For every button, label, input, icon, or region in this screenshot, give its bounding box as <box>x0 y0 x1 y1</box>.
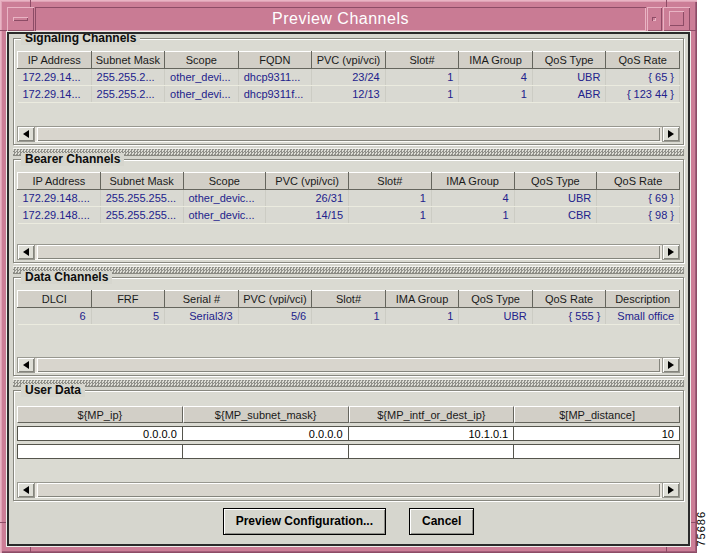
table-cell[interactable]: 0.0.0.0 <box>183 426 349 441</box>
scrollbar-track[interactable] <box>35 357 662 373</box>
window-title: Preview Channels <box>272 10 409 28</box>
dialog-button-row: Preview Configuration... Cancel <box>13 501 684 541</box>
table-cell: 6 <box>18 308 92 325</box>
scroll-right-arrow-icon[interactable] <box>663 483 679 497</box>
column-header[interactable]: Serial # <box>165 291 239 308</box>
column-header[interactable]: IMA Group <box>459 52 533 69</box>
maximize-button[interactable] <box>663 7 690 31</box>
pane-sash[interactable] <box>13 266 684 274</box>
column-header[interactable]: QoS Rate <box>532 291 606 308</box>
cancel-button[interactable]: Cancel <box>409 508 474 535</box>
window-titlebar[interactable]: Preview Channels <box>35 7 646 31</box>
table-cell: 1 <box>349 190 432 207</box>
scrollbar-track[interactable] <box>35 482 662 498</box>
table-row[interactable]: 172.29.148....255.255.255...other_devic.… <box>18 190 680 207</box>
table-cell: ABR <box>532 86 606 103</box>
table-cell: 26/31 <box>266 190 349 207</box>
bearer-channels-section: Bearer Channels IP AddressSubnet MaskSco… <box>13 159 684 263</box>
table-row[interactable] <box>17 444 680 459</box>
table-cell: 255.255.255... <box>100 190 183 207</box>
table-cell: UBR <box>514 190 597 207</box>
column-header[interactable]: IMA Group <box>385 291 459 308</box>
table-cell: 4 <box>459 69 533 86</box>
table-cell: 5/6 <box>238 308 312 325</box>
table-cell: 1 <box>349 207 432 224</box>
scroll-left-arrow-icon[interactable] <box>18 358 34 372</box>
column-header[interactable]: Subnet Mask <box>100 173 183 190</box>
column-header[interactable]: Description <box>606 291 680 308</box>
maximize-icon <box>669 11 684 26</box>
scroll-right-arrow-icon[interactable] <box>663 245 679 259</box>
table-row[interactable]: 172.29.14...255.255.2...other_devi...dhc… <box>18 86 680 103</box>
scroll-left-arrow-icon[interactable] <box>18 127 34 141</box>
pane-sash[interactable] <box>13 379 684 387</box>
scrollbar-thumb[interactable] <box>37 483 660 497</box>
column-header[interactable]: QoS Type <box>459 291 533 308</box>
data-channels-table: DLCIFRFSerial #PVC (vpi/vci)Slot#IMA Gro… <box>17 290 680 325</box>
column-header[interactable]: Scope <box>165 52 239 69</box>
table-cell[interactable]: 0.0.0.0 <box>17 426 183 441</box>
window-titlebar-row: Preview Channels <box>7 7 690 31</box>
scrollbar-thumb[interactable] <box>37 358 660 372</box>
window-frame-notch <box>666 0 667 7</box>
signaling-channels-table: IP AddressSubnet MaskScopeFQDNPVC (vpi/v… <box>17 51 680 103</box>
window-menu-button[interactable] <box>7 7 34 31</box>
scrollbar-thumb[interactable] <box>37 127 660 141</box>
table-cell: 1 <box>431 207 514 224</box>
table-row[interactable]: 65Serial3/35/611UBR{ 555 }Small office <box>18 308 680 325</box>
table-row[interactable]: 172.29.148....255.255.255...other_devic.… <box>18 207 680 224</box>
minimize-button[interactable] <box>647 7 662 31</box>
column-header[interactable]: IP Address <box>18 173 101 190</box>
column-header[interactable]: ${MP_subnet_mask} <box>183 406 349 423</box>
table-cell[interactable]: 10.1.0.1 <box>349 426 515 441</box>
signaling-channels-section: Signaling Channels IP AddressSubnet Mask… <box>13 38 684 145</box>
scroll-left-arrow-icon[interactable] <box>18 483 34 497</box>
scrollbar-track[interactable] <box>35 244 662 260</box>
horizontal-scrollbar[interactable] <box>17 244 680 260</box>
preview-configuration-button[interactable]: Preview Configuration... <box>223 508 386 535</box>
horizontal-scrollbar[interactable] <box>17 357 680 373</box>
column-header[interactable]: ${MP_ip} <box>17 406 183 423</box>
column-header[interactable]: Subnet Mask <box>91 52 165 69</box>
column-header[interactable]: Slot# <box>349 173 432 190</box>
column-header[interactable]: Scope <box>183 173 266 190</box>
column-header[interactable]: PVC (vpi/vci) <box>266 173 349 190</box>
table-cell[interactable]: 10 <box>514 426 680 441</box>
table-cell: { 555 } <box>532 308 606 325</box>
column-header[interactable]: QoS Type <box>532 52 606 69</box>
scroll-right-arrow-icon[interactable] <box>663 127 679 141</box>
scrollbar-track[interactable] <box>35 126 662 142</box>
table-row[interactable]: 172.29.14...255.255.2...other_devi...dhc… <box>18 69 680 86</box>
column-header[interactable]: Slot# <box>312 291 386 308</box>
scrollbar-thumb[interactable] <box>37 245 660 259</box>
column-header[interactable]: QoS Type <box>514 173 597 190</box>
window-frame-notch <box>30 546 31 553</box>
column-header[interactable]: FRF <box>91 291 165 308</box>
column-header[interactable]: Slot# <box>385 52 459 69</box>
column-header[interactable]: IMA Group <box>431 173 514 190</box>
table-cell: 255.255.255... <box>100 207 183 224</box>
column-header[interactable]: ${MP_intf_or_dest_ip} <box>349 406 515 423</box>
table-cell: UBR <box>459 308 533 325</box>
column-header[interactable]: DLCI <box>18 291 92 308</box>
scroll-left-arrow-icon[interactable] <box>18 245 34 259</box>
table-cell[interactable] <box>17 444 183 459</box>
table-cell[interactable] <box>349 444 515 459</box>
table-cell: 172.29.14... <box>18 69 92 86</box>
table-row[interactable]: 0.0.0.00.0.0.010.1.0.110 <box>17 426 680 441</box>
column-header[interactable]: PVC (vpi/vci) <box>238 291 312 308</box>
horizontal-scrollbar[interactable] <box>17 126 680 142</box>
window-frame-notch <box>30 0 31 7</box>
column-header[interactable]: IP Address <box>18 52 92 69</box>
horizontal-scrollbar[interactable] <box>17 482 680 498</box>
scroll-right-arrow-icon[interactable] <box>663 358 679 372</box>
table-cell: { 98 } <box>597 207 680 224</box>
column-header[interactable]: QoS Rate <box>597 173 680 190</box>
column-header[interactable]: $[MP_distance] <box>514 406 680 423</box>
column-header[interactable]: PVC (vpi/vci) <box>312 52 386 69</box>
column-header[interactable]: FQDN <box>238 52 312 69</box>
column-header[interactable]: QoS Rate <box>606 52 680 69</box>
table-cell[interactable] <box>183 444 349 459</box>
table-cell: 255.255.2... <box>91 86 165 103</box>
table-cell[interactable] <box>514 444 680 459</box>
